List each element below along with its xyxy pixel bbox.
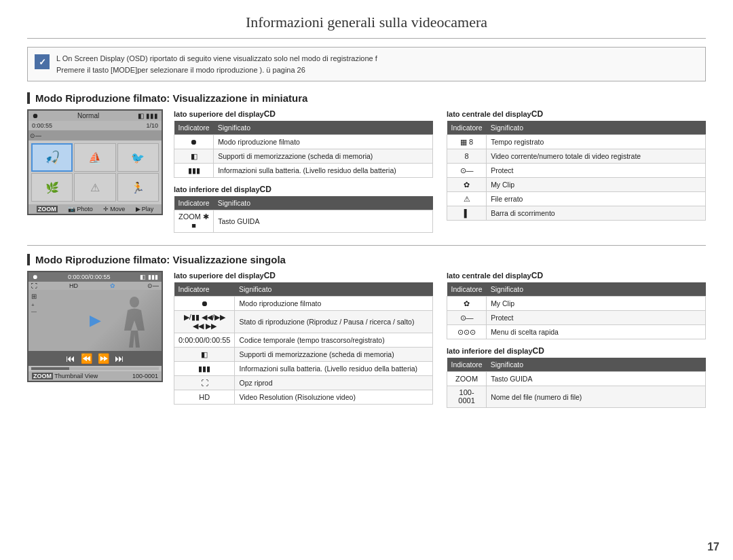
s2-right-top-block: lato centrale del displayCD Indicatore S…: [447, 271, 706, 339]
svg-point-0: [130, 297, 139, 307]
meaning-cell: My Clip: [487, 178, 706, 192]
play-button-icon[interactable]: ▶: [90, 312, 101, 329]
camera-single-screen: ⏺ 0:00:00/0:00:55 ◧ ▮▮▮ ⛶HD✿⊙— ⊞ +— ▶: [27, 271, 163, 382]
meaning-cell: Modo riproduzione filmato: [235, 297, 433, 311]
table-row: ⏺Modo riproduzione filmato: [174, 297, 433, 311]
indicator-cell: ⊙—: [447, 164, 487, 178]
indicator-cell: ⊙⊙⊙: [447, 325, 487, 339]
meaning-cell: Video corrente/numero totale di video re…: [487, 149, 706, 164]
section2-content: ⏺ 0:00:00/0:00:55 ◧ ▮▮▮ ⛶HD✿⊙— ⊞ +— ▶: [27, 271, 706, 408]
indicator-cell: ZOOM ✱ ■: [174, 210, 214, 233]
meaning-cell: Protect: [487, 164, 706, 178]
section1-title: Modo Riproduzione filmato: Visualizzazio…: [27, 92, 706, 104]
table-top: Indicatore Significato ⏺Modo riproduzion…: [174, 121, 433, 178]
table-row: ⚠File errato: [447, 192, 706, 206]
table-row: HDVideo Resolution (Risoluzione video): [174, 390, 433, 405]
meaning-cell: Video Resolution (Risoluzione video): [235, 390, 433, 405]
section2-title: Modo Riproduzione filmato: Visualizzazio…: [27, 254, 706, 265]
table-row: ⏺Modo riproduzione filmato: [174, 135, 433, 149]
table-row: ▶/▮▮ ◀◀/▶▶ ◀◀ ▶▶Stato di riproduzione (R…: [174, 311, 433, 333]
indicator-cell: ZOOM: [447, 372, 487, 386]
note-icon: ✓: [35, 54, 50, 69]
table-row: 100-0001Nome del file (numero di file): [447, 386, 706, 408]
meaning-cell: Modo riproduzione filmato: [214, 135, 433, 149]
indicator-cell: ◧: [174, 348, 235, 362]
indicator-cell: ▮▮▮: [174, 164, 214, 178]
table-row: ◧Supporti di memorizzazione (scheda di m…: [174, 149, 433, 164]
indicator-cell: ✿: [447, 178, 487, 192]
camera-thumbnail-screen: ⏺ Normal ◧ ▮▮▮ 0:00:55 1/10 ⊙— 🎣 ⛵ 🐦 🌿 ⚠…: [27, 109, 163, 215]
s2-right-bottom-block: lato inferiore del displayCD Indicatore …: [447, 346, 706, 408]
indicator-cell: ▶/▮▮ ◀◀/▶▶ ◀◀ ▶▶: [174, 311, 235, 333]
meaning-cell: Tasto GUIDA: [487, 372, 706, 386]
cam-zoom-label: ZOOM: [37, 206, 58, 212]
title-divider: [27, 38, 706, 39]
cam-top-bar: ⏺ Normal ◧ ▮▮▮: [29, 111, 162, 121]
indicator-cell: ▦ 8: [447, 135, 487, 149]
col-significato: Significato: [214, 121, 433, 135]
cam-normal-label: Normal: [77, 112, 99, 119]
thumb-1: 🎣: [31, 143, 73, 172]
table-top-block: lato superiore del displayCD Indicatore …: [174, 109, 433, 178]
page-number: 17: [707, 541, 719, 553]
cam-photo-label: 📷 Photo: [68, 206, 93, 212]
cam-play-label: ▶ Play: [136, 206, 154, 212]
section2-tables: lato superiore del displayCD Indicatore …: [174, 271, 706, 408]
cam-single-bottom: ZOOM Thumbnail View 100-0001: [29, 371, 162, 381]
indicator-cell: HD: [174, 390, 235, 405]
table-right: Indicatore Significato ▦ 8Tempo registra…: [447, 121, 706, 221]
thumb-2: ⛵: [74, 143, 115, 172]
cam-move-label: ✛ Move: [103, 206, 125, 212]
meaning-cell: File errato: [487, 192, 706, 206]
indicator-cell: ⏺: [174, 135, 214, 149]
page-title: Informazioni generali sulla videocamera: [27, 14, 706, 31]
table-row: ⊙—Protect: [447, 311, 706, 325]
cam-controls: ◧ ▮▮▮: [138, 112, 158, 119]
meaning-cell: Opz riprod: [235, 376, 433, 390]
meaning-cell: Tasto GUIDA: [214, 210, 433, 233]
table-row: ▌Barra di scorrimento: [447, 206, 706, 221]
note-text: L On Screen Display (OSD) riportato di s…: [56, 53, 377, 75]
s2-table-right-bottom: Indicatore Significato ZOOMTasto GUIDA10…: [447, 358, 706, 408]
thumb-4: 🌿: [31, 173, 73, 202]
table-right-label: lato centrale del displayCD: [447, 109, 706, 119]
section1: Modo Riproduzione filmato: Visualizzazio…: [27, 92, 706, 233]
indicator-cell: ⛶: [174, 376, 235, 390]
indicator-cell: ⊙—: [447, 311, 487, 325]
table-row: 8Video corrente/numero totale di video r…: [447, 149, 706, 164]
thumb-6: 🏃: [117, 173, 159, 202]
meaning-cell: Informazioni sulla batteria. (Livello re…: [235, 362, 433, 376]
meaning-cell: Stato di riproduzione (Riproduz / Pausa …: [235, 311, 433, 333]
indicator-cell: 100-0001: [447, 386, 487, 408]
s2-table-top: Indicatore Significato ⏺Modo riproduzion…: [174, 282, 433, 405]
meaning-cell: Nome del file (numero di file): [487, 386, 706, 408]
meaning-cell: Supporti di memorizzazione (scheda di me…: [214, 149, 433, 164]
table-row: ZOOM ✱ ■Tasto GUIDA: [174, 210, 433, 233]
table-row: ⛶Opz riprod: [174, 376, 433, 390]
table-row: ZOOMTasto GUIDA: [447, 372, 706, 386]
table-row: ▮▮▮Informazioni sulla batteria. (Livello…: [174, 362, 433, 376]
cam-controls: ⏮⏪⏩⏭: [29, 351, 162, 366]
meaning-cell: Informazioni sulla batteria. (Livello re…: [214, 164, 433, 178]
indicator-cell: ▮▮▮: [174, 362, 235, 376]
col-indicatore: Indicatore: [174, 121, 214, 135]
table-row: ⊙⊙⊙Menu di scelta rapida: [447, 325, 706, 339]
table-row: ▦ 8Tempo registrato: [447, 135, 706, 149]
table-row: ✿My Clip: [447, 297, 706, 311]
indicator-cell: 8: [447, 149, 487, 164]
section1-content: ⏺ Normal ◧ ▮▮▮ 0:00:55 1/10 ⊙— 🎣 ⛵ 🐦 🌿 ⚠…: [27, 109, 706, 233]
table-bottom-block: lato inferiore del displayCD Indicatore …: [174, 185, 433, 233]
note-box: ✓ L On Screen Display (OSD) riportato di…: [27, 47, 706, 81]
thumb-5: ⚠: [74, 173, 115, 202]
s2-table-right-top: Indicatore Significato ✿My Clip⊙—Protect…: [447, 282, 706, 339]
indicator-cell: ⚠: [447, 192, 487, 206]
meaning-cell: Codice temporale (tempo trascorso/regist…: [235, 333, 433, 348]
indicator-cell: 0:00:00/0:00:55: [174, 333, 235, 348]
table-row: ⊙—Protect: [447, 164, 706, 178]
meaning-cell: Menu di scelta rapida: [487, 325, 706, 339]
section1-tables: lato superiore del displayCD Indicatore …: [174, 109, 706, 233]
s2-table-top-label: lato superiore del displayCD: [174, 271, 433, 280]
cam-time: 0:00:55: [32, 122, 52, 129]
meaning-cell: Barra di scorrimento: [487, 206, 706, 221]
indicator-cell: ◧: [174, 149, 214, 164]
